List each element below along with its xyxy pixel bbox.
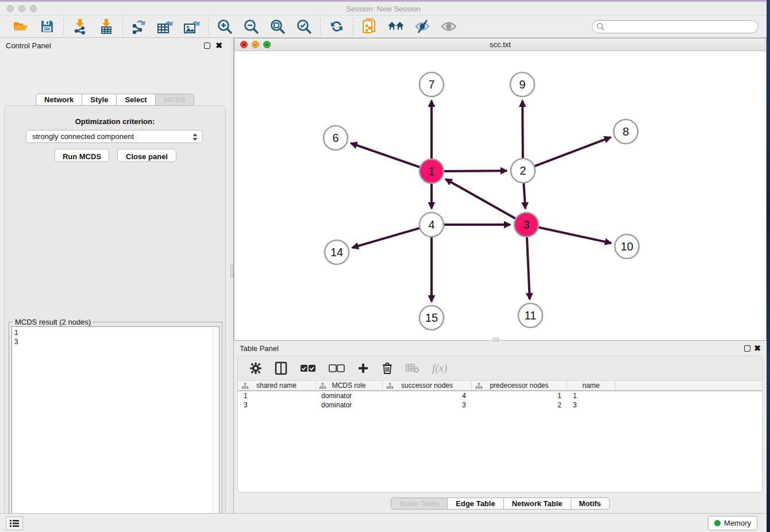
- edge-4-14[interactable]: [352, 228, 419, 248]
- optimization-criterion-label: Optimization criterion:: [5, 117, 225, 126]
- graph-node-4[interactable]: 4: [419, 213, 444, 237]
- zoom-fit-icon[interactable]: [268, 17, 287, 36]
- tab-network[interactable]: Network: [36, 94, 82, 106]
- zoom-in-icon[interactable]: [215, 17, 234, 36]
- edge-2-9[interactable]: [522, 101, 523, 158]
- column-type-icon: [319, 383, 326, 390]
- result-scrollbar[interactable]: [213, 327, 219, 532]
- float-panel-icon[interactable]: [204, 43, 210, 49]
- show-columns-icon[interactable]: [275, 361, 287, 375]
- graph-node-9[interactable]: 9: [510, 72, 534, 97]
- graph-node-1[interactable]: 1: [419, 159, 444, 183]
- cell-successor-nodes[interactable]: 4: [383, 391, 472, 400]
- table-tabs: Node Table Edge Table Network Table Moti…: [234, 498, 767, 510]
- run-mcds-button[interactable]: Run MCDS: [55, 149, 109, 162]
- cell-MCDS-role[interactable]: dominator: [315, 400, 383, 410]
- search-field[interactable]: [592, 20, 759, 33]
- mcds-result-textarea[interactable]: 1 3: [11, 326, 220, 532]
- edge-3-10[interactable]: [539, 228, 611, 243]
- column-header-predecessor-nodes[interactable]: predecessor nodes: [472, 381, 567, 390]
- table-panel: Table Panel ✖: [234, 341, 767, 513]
- show-hide-eye-icon[interactable]: [440, 17, 458, 36]
- graph-node-15[interactable]: 15: [419, 306, 444, 330]
- cell-name[interactable]: 1: [567, 391, 615, 400]
- clone-network-icon[interactable]: [360, 17, 379, 36]
- splitter-handle[interactable]: [230, 265, 233, 277]
- column-header-successor-nodes[interactable]: successor nodes: [383, 381, 472, 390]
- graph-node-8[interactable]: 8: [614, 119, 638, 144]
- tab-mcds[interactable]: MCDS: [155, 94, 194, 106]
- cell-predecessor-nodes[interactable]: 2: [472, 400, 567, 410]
- cell-shared-name[interactable]: 1: [238, 391, 315, 400]
- cell-MCDS-role[interactable]: dominator: [315, 391, 383, 400]
- svg-text:8: 8: [622, 125, 629, 138]
- graph-node-3[interactable]: 3: [514, 213, 538, 237]
- graph-node-6[interactable]: 6: [324, 126, 348, 150]
- float-table-panel-icon[interactable]: [744, 345, 750, 352]
- table-options-gear-icon[interactable]: [249, 362, 262, 375]
- edge-2-8[interactable]: [535, 137, 611, 166]
- cell-name[interactable]: 3: [567, 400, 615, 410]
- export-network-icon[interactable]: [130, 17, 148, 36]
- tab-select[interactable]: Select: [116, 94, 155, 106]
- horizontal-splitter-handle[interactable]: [493, 338, 499, 342]
- graph-node-11[interactable]: 11: [518, 303, 542, 327]
- graph-node-14[interactable]: 14: [325, 240, 349, 264]
- network-canvas-svg[interactable]: 7968124314101511: [234, 51, 766, 340]
- tab-edge-table[interactable]: Edge Table: [447, 498, 503, 510]
- network-view-window: ✕ − + scc.txt 7968124314101511: [234, 38, 767, 341]
- edge-3-1[interactable]: [445, 179, 515, 219]
- close-panel-button[interactable]: Close panel: [117, 149, 176, 162]
- import-network-icon[interactable]: [71, 17, 89, 36]
- close-table-panel-icon[interactable]: ✖: [754, 344, 761, 352]
- tab-node-table[interactable]: Node Table: [391, 498, 448, 510]
- add-column-icon[interactable]: [357, 363, 369, 374]
- save-session-icon[interactable]: [38, 17, 56, 36]
- graph-node-10[interactable]: 10: [615, 234, 639, 259]
- zoom-selected-icon[interactable]: [295, 17, 313, 36]
- tab-style[interactable]: Style: [82, 94, 117, 106]
- task-history-button[interactable]: [6, 516, 23, 530]
- table-header-row: shared nameMCDS rolesuccessor nodesprede…: [238, 380, 762, 391]
- vertical-splitter[interactable]: [230, 38, 234, 513]
- mcds-panel: Optimization criterion: strongly connect…: [4, 105, 226, 532]
- column-header-MCDS-role[interactable]: MCDS role: [315, 381, 383, 390]
- column-header-name[interactable]: name: [567, 381, 615, 390]
- graph-node-2[interactable]: 2: [511, 159, 535, 183]
- table-row[interactable]: 1dominator411: [238, 391, 762, 400]
- edge-1-2[interactable]: [444, 171, 507, 171]
- export-image-icon[interactable]: [183, 17, 201, 36]
- edge-1-6[interactable]: [351, 143, 420, 167]
- mcds-result-title: MCDS result (2 nodes): [13, 318, 93, 326]
- delete-column-trash-icon[interactable]: [382, 362, 393, 375]
- unselect-all-checkboxes-icon[interactable]: [329, 364, 345, 372]
- network-window-titlebar[interactable]: ✕ − + scc.txt: [234, 38, 766, 51]
- tab-motifs[interactable]: Motifs: [571, 498, 610, 510]
- cell-shared-name[interactable]: 3: [238, 400, 315, 410]
- hide-graphics-details-icon[interactable]: [413, 17, 432, 36]
- import-table-icon[interactable]: [97, 17, 116, 36]
- edge-2-3[interactable]: [523, 183, 525, 209]
- select-all-checkboxes-icon[interactable]: [300, 364, 316, 372]
- graph-node-7[interactable]: 7: [419, 72, 444, 97]
- tab-network-table[interactable]: Network Table: [503, 498, 571, 510]
- table-panel-title: Table Panel: [240, 344, 279, 353]
- open-file-icon[interactable]: [11, 17, 30, 36]
- table-row[interactable]: 3dominator323: [238, 400, 762, 410]
- criterion-select[interactable]: strongly connected component: [26, 130, 203, 143]
- export-table-icon[interactable]: [156, 17, 175, 36]
- function-builder-icon[interactable]: f(x): [432, 362, 447, 375]
- home-icon[interactable]: [387, 17, 405, 36]
- close-panel-icon[interactable]: ✖: [215, 41, 222, 49]
- cell-predecessor-nodes[interactable]: 1: [472, 391, 567, 400]
- column-header-shared-name[interactable]: shared name: [238, 381, 315, 390]
- cell-successor-nodes[interactable]: 3: [383, 400, 472, 410]
- edge-3-11[interactable]: [527, 237, 530, 299]
- delete-table-icon[interactable]: [406, 363, 419, 373]
- memory-button[interactable]: Memory: [708, 516, 757, 530]
- zoom-out-icon[interactable]: [242, 17, 260, 36]
- table-rows[interactable]: 1dominator4113dominator323: [238, 391, 762, 410]
- refresh-icon[interactable]: [328, 17, 346, 36]
- select-stepper-icon: [192, 133, 198, 143]
- search-input[interactable]: [592, 20, 759, 33]
